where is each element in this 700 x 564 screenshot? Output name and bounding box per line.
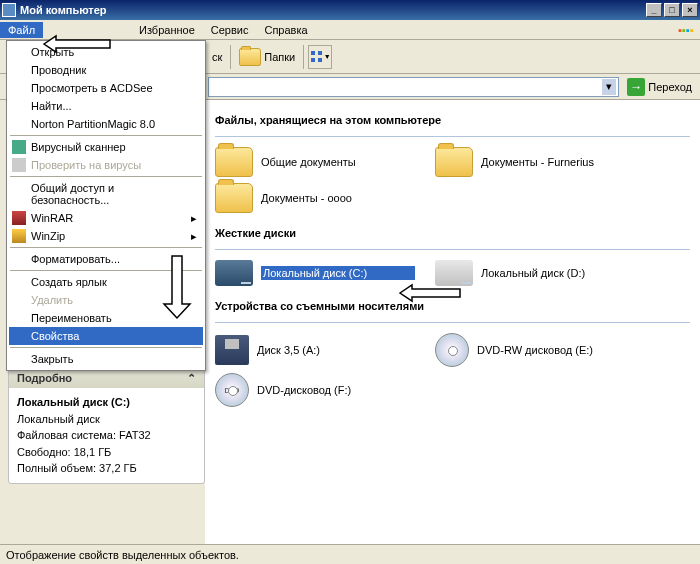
toolbar-search-button[interactable]: ск: [208, 49, 226, 65]
item-label: DVD-RW дисковод (E:): [477, 344, 635, 356]
group-header-hdd: Жесткие диски: [215, 227, 690, 239]
my-computer-icon: [2, 3, 16, 17]
toolbar-search-label: ск: [212, 51, 222, 63]
details-filesystem: Файловая система: FAT32: [17, 427, 196, 444]
menu-item-open[interactable]: Открыть: [9, 43, 203, 61]
menu-item-winrar[interactable]: WinRAR: [9, 209, 203, 227]
maximize-button[interactable]: □: [664, 3, 680, 17]
details-header[interactable]: Подробно ⌃: [9, 369, 204, 388]
item-dvdrw-e[interactable]: DVD-RW дисковод (E:): [435, 333, 635, 367]
menu-item-virus-check: Проверить на вирусы: [9, 156, 203, 174]
menu-item-format[interactable]: Форматировать...: [9, 250, 203, 268]
winrar-icon: [12, 211, 26, 225]
item-label: Документы - oooo: [261, 192, 415, 204]
minimize-button[interactable]: _: [646, 3, 662, 17]
main-pane: Файлы, хранящиеся на этом компьютере Общ…: [205, 100, 700, 544]
details-free-space: Свободно: 18,1 ГБ: [17, 444, 196, 461]
statusbar-text: Отображение свойств выделенных объектов.: [6, 549, 239, 561]
details-disk-title: Локальный диск (C:): [17, 394, 196, 411]
menu-item-close[interactable]: Закрыть: [9, 350, 203, 368]
titlebar: Мой компьютер _ □ ×: [0, 0, 700, 20]
folder-icon: [239, 48, 261, 66]
folder-icon: [435, 147, 473, 177]
hard-drive-icon: [435, 260, 473, 286]
hard-drive-icon: [215, 260, 253, 286]
menu-help[interactable]: Справка: [256, 22, 315, 38]
go-button[interactable]: → Переход: [623, 76, 696, 98]
item-label: Документы - Furnerius: [481, 156, 635, 168]
toolbar-folders-button[interactable]: Папки: [235, 46, 299, 68]
file-menu-dropdown: Открыть Проводник Просмотреть в ACDSee Н…: [6, 40, 206, 371]
menu-item-find[interactable]: Найти...: [9, 97, 203, 115]
address-dropdown-button[interactable]: ▾: [602, 79, 616, 95]
details-disk-type: Локальный диск: [17, 411, 196, 428]
item-label: Локальный диск (D:): [481, 267, 635, 279]
details-total-size: Полный объем: 37,2 ГБ: [17, 460, 196, 477]
menubar: Файл Избранное Сервис Справка ▪▪▪▪: [0, 20, 700, 40]
folder-icon: [215, 183, 253, 213]
group-header-files: Файлы, хранящиеся на этом компьютере: [215, 114, 690, 126]
virus-check-icon: [12, 158, 26, 172]
dvd-rw-icon: [435, 333, 469, 367]
go-arrow-icon: →: [627, 78, 645, 96]
toolbar-views-button[interactable]: ▼: [308, 45, 332, 69]
winzip-icon: [12, 229, 26, 243]
windows-logo-icon: ▪▪▪▪: [676, 22, 696, 38]
folder-icon: [215, 147, 253, 177]
item-label: DVD-дисковод (F:): [257, 384, 415, 396]
item-docs-oooo[interactable]: Документы - oooo: [215, 183, 415, 213]
statusbar: Отображение свойств выделенных объектов.: [0, 544, 700, 564]
item-label: Общие документы: [261, 156, 415, 168]
menu-item-delete: Удалить: [9, 291, 203, 309]
group-header-removable: Устройства со съемными носителями: [215, 300, 690, 312]
menu-favorites[interactable]: Избранное: [131, 22, 203, 38]
menu-item-rename[interactable]: Переименовать: [9, 309, 203, 327]
go-label: Переход: [648, 81, 692, 93]
item-disk-d[interactable]: Локальный диск (D:): [435, 260, 635, 286]
chevron-up-icon[interactable]: ⌃: [187, 372, 196, 385]
menu-item-explorer[interactable]: Проводник: [9, 61, 203, 79]
item-label: Локальный диск (C:): [261, 266, 415, 280]
item-floppy-a[interactable]: Диск 3,5 (A:): [215, 333, 415, 367]
menu-item-sharing[interactable]: Общий доступ и безопасность...: [9, 179, 203, 209]
close-button[interactable]: ×: [682, 3, 698, 17]
item-docs-furnerius[interactable]: Документы - Furnerius: [435, 147, 635, 177]
details-panel: Подробно ⌃ Локальный диск (C:) Локальный…: [8, 368, 205, 484]
menu-tools[interactable]: Сервис: [203, 22, 257, 38]
item-shared-docs[interactable]: Общие документы: [215, 147, 415, 177]
item-dvd-f[interactable]: DVD-дисковод (F:): [215, 373, 415, 407]
toolbar-folders-label: Папки: [264, 51, 295, 63]
item-disk-c[interactable]: Локальный диск (C:): [215, 260, 415, 286]
dvd-icon: [215, 373, 249, 407]
menu-item-virus-scan[interactable]: Вирусный сканнер: [9, 138, 203, 156]
menu-item-winzip[interactable]: WinZip: [9, 227, 203, 245]
window-title: Мой компьютер: [20, 4, 107, 16]
address-input[interactable]: ▾: [208, 77, 619, 97]
menu-item-properties[interactable]: Свойства: [9, 327, 203, 345]
menu-item-norton[interactable]: Norton PartitionMagic 8.0: [9, 115, 203, 133]
menu-item-acdsee[interactable]: Просмотреть в ACDSee: [9, 79, 203, 97]
floppy-icon: [215, 335, 249, 365]
details-header-label: Подробно: [17, 372, 72, 385]
menu-item-shortcut[interactable]: Создать ярлык: [9, 273, 203, 291]
virus-scan-icon: [12, 140, 26, 154]
menu-file[interactable]: Файл: [0, 22, 43, 38]
item-label: Диск 3,5 (A:): [257, 344, 415, 356]
